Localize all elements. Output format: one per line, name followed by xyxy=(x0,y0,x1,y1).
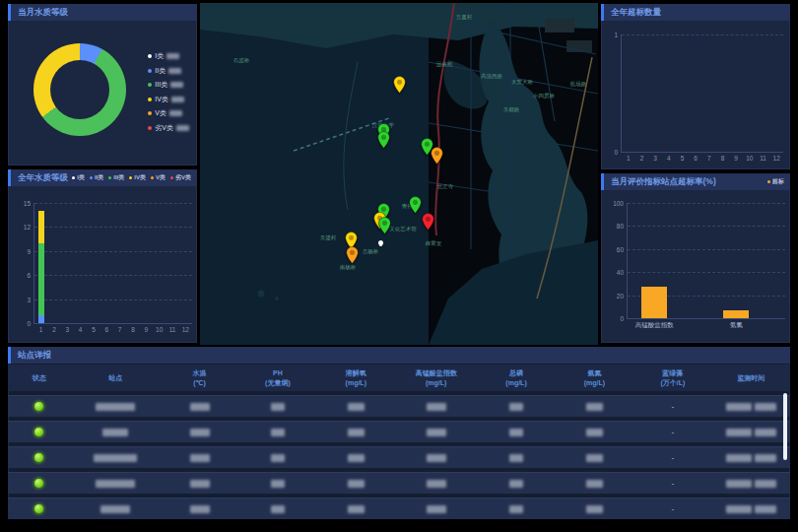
bar-高锰酸盐指数[interactable]: 高锰酸盐指数 xyxy=(641,287,667,318)
x-axis-tick: 7 xyxy=(118,326,122,333)
cell-氨氮 xyxy=(556,454,633,462)
y-axis-tick: 15 xyxy=(24,200,31,207)
x-axis-tick: 6 xyxy=(694,155,698,162)
map-pin-icon xyxy=(393,76,406,94)
legend-dot xyxy=(148,98,152,101)
y-axis-tick: 80 xyxy=(617,223,624,230)
station-pin-yellow[interactable] xyxy=(393,76,406,94)
column-header-监测时间: 监测时间 xyxy=(712,373,790,382)
table-row[interactable]: - xyxy=(8,498,790,519)
value-redacted xyxy=(348,505,365,513)
legend-item-I类[interactable]: I类 xyxy=(72,169,85,186)
cell-氨氮 xyxy=(556,480,633,488)
value-redacted xyxy=(586,454,603,462)
legend-item-I类[interactable]: I类 xyxy=(148,51,189,61)
legend-dot xyxy=(148,111,152,115)
legend-item-II类[interactable]: II类 xyxy=(148,66,189,76)
station-pin-green[interactable] xyxy=(377,131,390,149)
status-indicator xyxy=(33,503,44,514)
station-pin-orange[interactable] xyxy=(431,147,443,165)
value-redacted xyxy=(271,454,285,462)
legend-item-IV类[interactable]: IV类 xyxy=(129,169,146,186)
exceed-rate-legend[interactable]: 超标 xyxy=(767,173,784,190)
selected-station-marker[interactable] xyxy=(378,240,383,245)
map-label: 吴都路 xyxy=(503,106,520,113)
table-row[interactable]: - xyxy=(8,395,790,417)
legend-value-redacted xyxy=(176,125,189,131)
time-redacted xyxy=(755,403,776,411)
panel-title-bar: 站点详报 xyxy=(8,347,790,364)
station-name-redacted xyxy=(94,454,137,462)
value-redacted xyxy=(427,505,446,513)
gridline xyxy=(34,251,192,252)
cell-PH xyxy=(238,480,316,488)
value-redacted xyxy=(348,480,365,488)
cell-状态 xyxy=(8,427,71,437)
map-pin-icon xyxy=(378,217,391,234)
cell-溶解氧 xyxy=(317,454,395,462)
cell-PH xyxy=(238,429,316,436)
cell-水温 xyxy=(161,505,238,513)
value-redacted xyxy=(348,429,365,436)
map[interactable]: 石皮桥五星村运南苑高浪西路天安大桥机场路小四房桥吴都路江南大学北正寺青祁桥文化艺… xyxy=(200,3,598,345)
legend-item-III类[interactable]: III类 xyxy=(108,169,124,186)
y-axis-tick: 60 xyxy=(617,245,624,252)
timestamp-redacted xyxy=(726,454,776,462)
column-header-站点: 站点 xyxy=(71,373,161,382)
station-pin-red[interactable] xyxy=(422,213,434,231)
status-indicator xyxy=(33,401,44,412)
station-name-redacted xyxy=(102,429,128,436)
cell-水温 xyxy=(161,403,238,411)
timestamp-redacted xyxy=(726,429,776,436)
cell-溶解氧 xyxy=(317,429,395,436)
x-axis-tick: 2 xyxy=(640,155,644,162)
station-pin-orange[interactable] xyxy=(346,246,359,264)
gridline xyxy=(34,299,192,300)
legend-label: I类 xyxy=(155,51,164,61)
table-row[interactable]: - xyxy=(8,446,790,468)
cell-监测时间 xyxy=(712,429,790,436)
cell-溶解氧 xyxy=(317,403,395,411)
cell-高锰酸盐指数 xyxy=(395,429,477,436)
legend-item-V类[interactable]: V类 xyxy=(148,108,189,118)
x-axis-tick: 7 xyxy=(707,155,711,162)
map-label: 五星村 xyxy=(456,14,473,21)
y-axis-tick: 0 xyxy=(614,149,618,156)
table-row[interactable]: - xyxy=(8,472,790,494)
map-label: 高浪西路 xyxy=(481,73,502,80)
map-label: 石皮桥 xyxy=(233,57,250,64)
legend-item-劣V类[interactable]: 劣V类 xyxy=(148,123,189,133)
legend-dot xyxy=(90,176,93,179)
legend-item-II类[interactable]: II类 xyxy=(90,169,103,186)
stacked-bar-month-1[interactable] xyxy=(38,203,44,323)
cell-总磷 xyxy=(477,480,555,488)
donut-chart[interactable] xyxy=(33,43,126,136)
x-axis-tick: 1 xyxy=(39,326,43,333)
legend-item-III类[interactable]: III类 xyxy=(148,80,189,90)
station-pin-green[interactable] xyxy=(409,196,422,214)
legend-item-IV类[interactable]: IV类 xyxy=(148,95,189,104)
table-scrollbar[interactable] xyxy=(783,393,787,460)
x-axis-tick: 2 xyxy=(52,326,56,333)
legend-item-劣V类[interactable]: 劣V类 xyxy=(170,169,191,186)
cell-监测时间 xyxy=(712,480,790,488)
column-header-溶解氧: 溶解氧(mg/L) xyxy=(317,368,395,387)
x-axis-tick: 12 xyxy=(182,326,189,333)
y-axis-tick: 9 xyxy=(27,247,31,254)
cell-站点 xyxy=(71,403,161,411)
x-axis-tick: 8 xyxy=(721,155,725,162)
legend-item-V类[interactable]: V类 xyxy=(151,169,166,186)
annual-exceed-plot: 10123456789101112 xyxy=(621,34,783,153)
cell-PH xyxy=(238,403,316,411)
column-label: 站点 xyxy=(108,373,122,382)
cell-状态 xyxy=(8,401,71,412)
cell-站点 xyxy=(71,429,161,436)
time-redacted xyxy=(755,505,776,513)
value-redacted xyxy=(586,505,603,513)
table-row[interactable]: - xyxy=(8,421,790,442)
date-redacted xyxy=(726,403,752,411)
bar-氨氮[interactable]: 氨氮 xyxy=(723,310,749,318)
panel-title: 当月水质等级 xyxy=(18,4,68,21)
station-pin-green[interactable] xyxy=(378,217,391,234)
x-axis-tick: 9 xyxy=(734,155,738,162)
